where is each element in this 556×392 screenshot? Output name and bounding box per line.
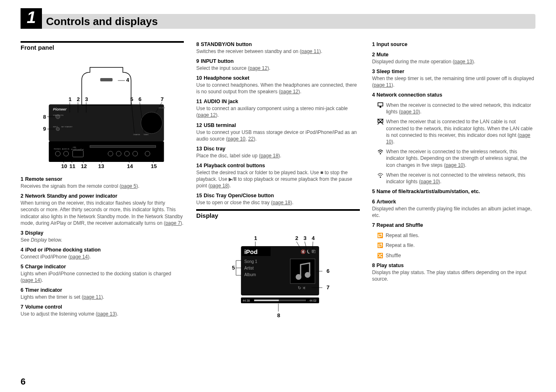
svg-text:9: 9 — [43, 126, 46, 132]
svg-text:Song 1: Song 1 — [244, 259, 257, 264]
svg-text:TIMER: TIMER — [144, 134, 149, 136]
svg-text:1: 1 — [69, 96, 72, 102]
svg-text:NET STANDBY: NET STANDBY — [61, 126, 73, 128]
svg-text:10: 10 — [61, 163, 67, 169]
net-status-wired-x: When the receiver that is connected to t… — [377, 118, 535, 145]
page-ref[interactable]: page 14 — [22, 277, 40, 283]
column-3: 1Input source2MuteDisplayed during the m… — [372, 41, 535, 326]
list-item: 15Disc Tray Open/Close buttonUse to open… — [196, 192, 359, 206]
page-ref[interactable]: page 10 — [445, 162, 463, 168]
page-ref[interactable]: page 11 — [301, 48, 319, 54]
list-item: 13Disc trayPlace the disc, label side up… — [196, 145, 359, 159]
list-item: 4Network connection status — [372, 92, 535, 99]
list-item: 6Timer indicatorLights when the timer is… — [21, 287, 184, 300]
chapter-number: 1 — [21, 8, 42, 29]
list-item: 10Headphone socketUse to connect headpho… — [196, 75, 359, 95]
wifi-off-icon — [377, 172, 384, 178]
svg-text:6: 6 — [139, 96, 141, 102]
svg-rect-1 — [49, 141, 164, 162]
shuffle: 🔀 Shuffle — [377, 252, 535, 259]
page-ref[interactable]: page 13 — [97, 311, 115, 317]
svg-text:8: 8 — [277, 312, 280, 318]
svg-rect-89 — [380, 106, 381, 108]
svg-text:7: 7 — [327, 284, 329, 291]
section-display: Display — [196, 209, 359, 220]
svg-point-13 — [56, 127, 60, 131]
svg-text:13: 13 — [98, 163, 104, 169]
svg-rect-62 — [290, 259, 315, 284]
list-item: 7Volume controlUse to adjust the listeni… — [21, 304, 184, 317]
svg-text:STANDBY/ON: STANDBY/ON — [53, 114, 64, 116]
repeat-one: 🔂 Repeat a file. — [377, 242, 535, 249]
svg-rect-88 — [378, 103, 383, 106]
page-ref[interactable]: page 18 — [260, 153, 278, 159]
svg-text:Album: Album — [244, 272, 256, 277]
shuffle-icon: 🔀 — [377, 252, 383, 259]
svg-text:5: 5 — [130, 96, 133, 102]
svg-text:2: 2 — [77, 96, 80, 102]
svg-text:44:38: 44:38 — [243, 299, 250, 302]
list-item: 3Sleep timerWhen the sleep timer is set,… — [372, 68, 535, 88]
wifi-icon — [377, 149, 384, 154]
svg-rect-69 — [254, 300, 279, 301]
svg-text:12: 12 — [81, 163, 87, 169]
page-ref[interactable]: page 18 — [273, 200, 290, 205]
page-ref[interactable]: page 12 — [280, 89, 298, 95]
svg-text:CHARGE: CHARGE — [133, 134, 140, 136]
svg-text:4: 4 — [312, 235, 315, 241]
svg-text:2: 2 — [295, 235, 298, 241]
list-item: 11AUDIO IN jackUse to connect an auxilia… — [196, 98, 359, 118]
page-ref[interactable]: 22 — [248, 136, 253, 142]
list-item: 5Name of file/track/artist/album/station… — [372, 188, 535, 195]
page-ref[interactable]: page 11 — [83, 294, 101, 300]
svg-point-3 — [141, 112, 162, 134]
page-ref[interactable]: page 10 — [401, 109, 418, 115]
list-item: 9INPUT buttonSelect the input source (pa… — [196, 58, 359, 71]
svg-text:🔇 ⏾ ⎘: 🔇 ⏾ ⎘ — [301, 249, 316, 254]
list-item: 2Network Standby and power indicatorWhen… — [21, 193, 184, 226]
net-status-wired: When the receiver is connected to the wi… — [377, 102, 535, 115]
list-item: 5Charge indicatorLights when iPod/iPhone… — [21, 263, 184, 284]
page-ref[interactable]: page 13 — [454, 59, 472, 65]
svg-text:Pioneer: Pioneer — [53, 107, 67, 111]
svg-text:8: 8 — [43, 114, 46, 120]
column-1: Front panel Pioneer S — [21, 41, 184, 326]
svg-text:PHONES: PHONES — [54, 148, 61, 150]
net-status-wifi-off: When the receiver is not connected to th… — [377, 172, 535, 185]
svg-text:14: 14 — [127, 163, 133, 169]
svg-text:3: 3 — [85, 96, 88, 102]
list-item: 7Repeat and Shuffle — [372, 222, 535, 229]
repeat-one-icon: 🔂 — [377, 242, 383, 249]
svg-text:iPod: iPod — [244, 248, 258, 255]
svg-text:AUDIO IN: AUDIO IN — [62, 148, 70, 150]
page-ref[interactable]: page 5 — [121, 183, 137, 189]
page-ref[interactable]: page 11 — [374, 82, 392, 88]
column-2: 8STANDBY/ON buttonSwitches the receiver … — [196, 41, 359, 326]
page-ref[interactable]: page 7 — [165, 220, 181, 226]
page-ref[interactable]: page 10 — [227, 136, 245, 142]
svg-text:7: 7 — [161, 96, 164, 102]
svg-point-94 — [380, 176, 381, 178]
chapter-header: 1 Controls and displays — [21, 8, 535, 29]
chapter-title: Controls and displays — [42, 14, 535, 29]
svg-text:- 44:02: - 44:02 — [308, 299, 317, 302]
page-ref[interactable]: page 12 — [250, 65, 267, 71]
list-item: 8STANDBY/ON buttonSwitches the receiver … — [196, 41, 359, 55]
svg-text:1: 1 — [254, 235, 257, 241]
list-item: 12USB terminalUse to connect your USB ma… — [196, 122, 359, 142]
front-panel-diagram: Pioneer STANDBY/ON VOLUME INPUT NET STAN… — [21, 55, 184, 170]
wired-x-icon — [377, 119, 384, 125]
svg-point-93 — [380, 153, 381, 154]
svg-text:11: 11 — [70, 163, 75, 169]
page-ref[interactable]: page 12 — [198, 112, 215, 118]
display-diagram: iPod Song 1 Artist Album 🔇 ⏾ ⎘ ↻ ⤨ 44:38… — [213, 224, 343, 322]
net-status-wifi: When the receiver is connected to the wi… — [377, 148, 535, 168]
svg-rect-14 — [90, 145, 156, 148]
repeat-all: 🔁 Repeat all files. — [377, 232, 535, 239]
page-ref[interactable]: page 14 — [70, 254, 88, 260]
svg-text:VOLUME: VOLUME — [158, 107, 165, 109]
page-ref[interactable]: page 10 — [421, 179, 438, 184]
svg-text:6: 6 — [327, 268, 329, 274]
repeat-all-icon: 🔁 — [377, 232, 383, 239]
section-front-panel: Front panel — [21, 41, 184, 52]
